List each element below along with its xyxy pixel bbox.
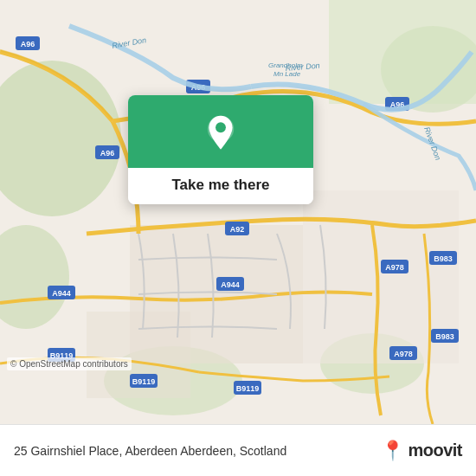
osm-credit: © OpenStreetMap contributors [7,357,132,370]
svg-text:A978: A978 [385,263,404,272]
svg-text:B983: B983 [434,254,453,263]
svg-text:A92: A92 [230,225,245,234]
svg-text:A944: A944 [221,280,240,289]
footer: 25 Gairnshiel Place, Aberdeen Aberdeen, … [0,424,476,476]
location-pin-icon [202,114,240,152]
svg-text:A96: A96 [21,40,35,48]
address-text: 25 Gairnshiel Place, Aberdeen Aberdeen, … [14,444,372,458]
moovit-pin-icon: 📍 [381,440,404,462]
popup-green-area [128,95,313,168]
svg-text:B9119: B9119 [132,377,156,386]
moovit-brand-text: moovit [408,441,462,460]
svg-point-44 [215,122,226,132]
take-me-there-button[interactable]: Take me there [128,168,313,204]
svg-text:A96: A96 [100,149,115,158]
moovit-logo: 📍 moovit [381,440,462,462]
svg-text:A978: A978 [394,350,413,358]
svg-rect-4 [329,0,476,104]
app: A96 A96 A96 River Don River Don River Do… [0,0,476,476]
map-container: A96 A96 A96 River Don River Don River Do… [0,0,476,424]
svg-text:A944: A944 [52,289,71,298]
svg-text:B9119: B9119 [236,384,260,393]
svg-text:Mn Lade: Mn Lade [273,70,301,78]
popup-card: Take me there [128,95,313,204]
svg-text:B983: B983 [435,332,454,341]
svg-text:Grandholm: Grandholm [268,61,303,69]
